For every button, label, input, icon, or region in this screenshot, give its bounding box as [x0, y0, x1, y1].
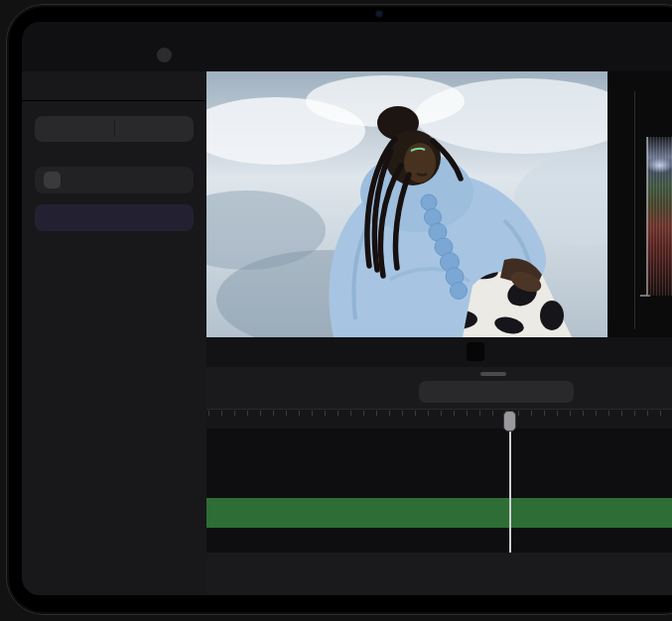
edit-mode-control [419, 381, 574, 403]
scope-axis-line [634, 91, 635, 329]
back-button[interactable] [36, 46, 54, 63]
wand-icon[interactable] [146, 247, 161, 262]
light-section-header [22, 246, 206, 264]
playhead-handle[interactable] [503, 411, 516, 432]
timeline-panel [206, 367, 672, 595]
app-toolbar [22, 42, 672, 71]
disable-reset-control [35, 116, 194, 142]
enhance-light-color-button[interactable] [35, 204, 194, 231]
disable-button[interactable] [35, 116, 114, 142]
panel-back-button[interactable] [36, 78, 51, 93]
panel-header [22, 71, 206, 101]
video-track [206, 450, 672, 488]
reset-button[interactable] [115, 116, 195, 142]
transport-bar [206, 337, 672, 367]
reset-icon [145, 123, 158, 136]
app-screen [22, 22, 672, 595]
project-title-menu-button[interactable] [157, 48, 172, 62]
status-bar [22, 22, 672, 42]
playhead-line [509, 431, 511, 553]
add-mask-button[interactable] [35, 167, 194, 193]
video-frame [206, 71, 607, 337]
audio-track[interactable] [206, 498, 672, 528]
panel-drag-handle[interactable] [480, 372, 506, 376]
plus-icon [44, 172, 61, 188]
chevron-down-icon[interactable] [173, 248, 186, 261]
video-preview [206, 71, 607, 337]
timeline-ruler[interactable] [206, 409, 672, 429]
screenshot-stage [0, 0, 672, 621]
rgb-overlay-scope [609, 71, 672, 337]
scope-waveform [647, 137, 672, 296]
wand-icon [47, 210, 62, 225]
eye-off-icon [66, 123, 78, 136]
color-adjustments-panel [22, 71, 206, 595]
audio-waveform [206, 498, 672, 528]
ruler-ticks [208, 411, 672, 416]
front-camera [376, 11, 382, 17]
timeline-tracks [206, 429, 672, 553]
timecode-display[interactable] [467, 342, 484, 361]
